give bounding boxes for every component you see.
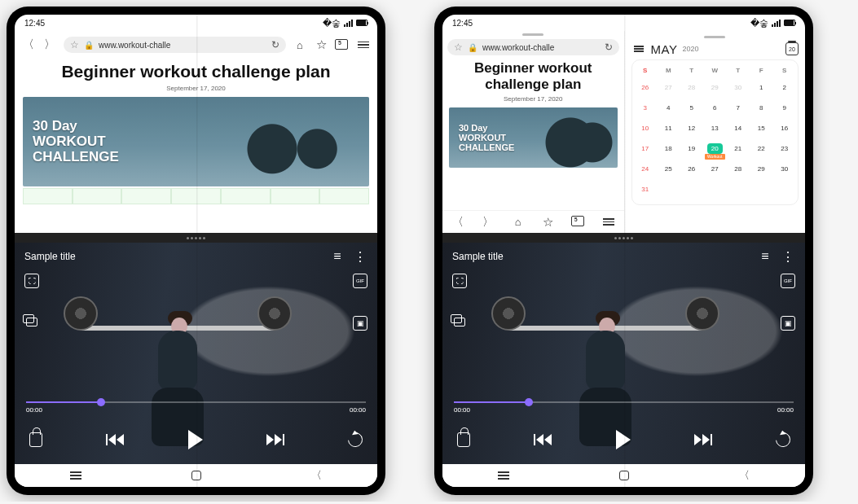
- day-cell[interactable]: 30: [727, 79, 750, 99]
- day-cell[interactable]: 12: [680, 120, 704, 140]
- day-cell[interactable]: 31: [634, 181, 658, 201]
- day-cell[interactable]: 18: [657, 140, 680, 160]
- pane-drag-handle[interactable]: [704, 36, 725, 38]
- calendar-grid[interactable]: S M T W T F S 26 27 28 29 30 1 2 3: [631, 59, 799, 205]
- calendar-menu-icon[interactable]: [631, 42, 646, 56]
- gif-icon[interactable]: GIF: [781, 274, 795, 288]
- day-cell[interactable]: 27: [657, 79, 680, 99]
- day-cell[interactable]: 2: [773, 79, 797, 99]
- bookmarks-icon[interactable]: ☆: [541, 215, 556, 230]
- back-system-button[interactable]: 〈: [739, 468, 750, 483]
- capture-icon[interactable]: ▣: [353, 316, 367, 331]
- today-icon[interactable]: 20: [785, 42, 799, 55]
- skip-back-button[interactable]: [534, 434, 552, 445]
- day-cell[interactable]: 11: [657, 120, 680, 140]
- split-drag-handle[interactable]: [442, 233, 805, 243]
- day-cell[interactable]: 10: [634, 120, 658, 140]
- menu-icon[interactable]: [356, 37, 371, 52]
- day-cell[interactable]: [703, 181, 727, 201]
- split-drag-handle[interactable]: [15, 233, 377, 243]
- bookmarks-icon[interactable]: ☆: [314, 37, 328, 52]
- day-cell[interactable]: 21: [727, 140, 750, 160]
- day-cell[interactable]: 14: [727, 120, 750, 140]
- forward-button[interactable]: 〉: [42, 37, 57, 52]
- bookmark-star-icon[interactable]: ☆: [454, 42, 463, 53]
- pip-icon[interactable]: [24, 316, 39, 331]
- event-chip[interactable]: Workout: [705, 154, 725, 160]
- tabs-icon[interactable]: 5: [335, 37, 350, 52]
- day-cell[interactable]: 28: [727, 160, 750, 181]
- reload-icon[interactable]: ↻: [605, 42, 613, 53]
- day-cell[interactable]: [750, 181, 773, 201]
- gif-icon[interactable]: GIF: [353, 274, 367, 288]
- video-more-icon[interactable]: ⋮: [781, 249, 795, 264]
- forward-button[interactable]: 〉: [481, 215, 495, 230]
- day-cell[interactable]: 9: [773, 99, 797, 120]
- home-icon[interactable]: ⌂: [511, 215, 526, 230]
- day-cell[interactable]: [727, 181, 750, 201]
- skip-forward-button[interactable]: [266, 434, 284, 445]
- fullscreen-icon[interactable]: ⛶: [452, 274, 467, 288]
- back-button[interactable]: 〈: [451, 215, 465, 230]
- day-cell[interactable]: 6: [703, 99, 727, 120]
- day-cell[interactable]: 16: [773, 120, 797, 140]
- web-page[interactable]: Beginner workout challenge plan Septembe…: [442, 59, 624, 210]
- address-bar[interactable]: ☆ 🔒 www.workout-challe ↻: [64, 37, 286, 53]
- skip-back-button[interactable]: [106, 434, 124, 445]
- capture-icon[interactable]: ▣: [781, 316, 795, 331]
- home-button[interactable]: [619, 471, 629, 480]
- day-cell[interactable]: 3: [634, 99, 658, 120]
- day-cell[interactable]: 15: [750, 120, 773, 140]
- bookmark-star-icon[interactable]: ☆: [70, 39, 79, 50]
- play-button[interactable]: [188, 430, 203, 449]
- calendar-month[interactable]: MAY: [651, 42, 678, 56]
- web-page[interactable]: Beginner workout challenge plan Septembe…: [15, 59, 377, 233]
- fullscreen-icon[interactable]: ⛶: [24, 274, 39, 288]
- day-cell[interactable]: 5: [680, 99, 704, 120]
- rotate-icon[interactable]: [772, 429, 793, 449]
- day-cell[interactable]: 13: [703, 120, 727, 140]
- home-icon[interactable]: ⌂: [293, 37, 307, 52]
- day-cell[interactable]: 26: [680, 160, 704, 181]
- day-cell[interactable]: 4: [657, 99, 680, 120]
- day-cell[interactable]: 22: [750, 140, 773, 160]
- day-cell[interactable]: [657, 181, 680, 201]
- lock-controls-icon[interactable]: [457, 432, 470, 447]
- day-cell[interactable]: 28: [680, 79, 704, 99]
- day-cell[interactable]: 30: [773, 160, 797, 181]
- day-cell[interactable]: 24: [634, 160, 658, 181]
- home-button[interactable]: [191, 471, 201, 480]
- day-cell[interactable]: 26: [634, 79, 658, 99]
- day-cell[interactable]: 7: [727, 99, 750, 120]
- recents-button[interactable]: [70, 471, 81, 480]
- day-cell[interactable]: 27: [703, 160, 727, 181]
- recents-button[interactable]: [498, 471, 509, 480]
- playlist-icon[interactable]: ≡: [758, 249, 772, 264]
- tabs-icon[interactable]: 5: [571, 215, 586, 230]
- video-progress[interactable]: 00:00 00:00: [26, 401, 366, 414]
- video-more-icon[interactable]: ⋮: [353, 249, 367, 264]
- lock-controls-icon[interactable]: [29, 432, 42, 447]
- day-cell[interactable]: 17: [634, 140, 658, 160]
- play-button[interactable]: [616, 430, 631, 449]
- address-bar[interactable]: ☆ 🔒 www.workout-challe ↻: [447, 39, 619, 55]
- day-cell[interactable]: 23: [773, 140, 797, 160]
- day-cell[interactable]: 8: [750, 99, 773, 120]
- day-cell[interactable]: [680, 181, 704, 201]
- day-cell[interactable]: 29: [703, 79, 727, 99]
- rotate-icon[interactable]: [345, 429, 365, 449]
- menu-icon[interactable]: [601, 215, 616, 230]
- day-cell[interactable]: 29: [750, 160, 773, 181]
- skip-forward-button[interactable]: [694, 434, 712, 445]
- back-system-button[interactable]: 〈: [311, 468, 322, 483]
- day-cell-today[interactable]: 20Workout: [703, 140, 727, 160]
- day-cell[interactable]: 19: [680, 140, 704, 160]
- playlist-icon[interactable]: ≡: [330, 249, 345, 264]
- reload-icon[interactable]: ↻: [271, 39, 279, 50]
- pip-icon[interactable]: [452, 316, 467, 331]
- video-progress[interactable]: 00:00 00:00: [454, 401, 794, 414]
- day-cell[interactable]: 25: [657, 160, 680, 181]
- back-button[interactable]: 〈: [21, 37, 36, 52]
- day-cell[interactable]: 1: [750, 79, 773, 99]
- day-cell[interactable]: [773, 181, 797, 201]
